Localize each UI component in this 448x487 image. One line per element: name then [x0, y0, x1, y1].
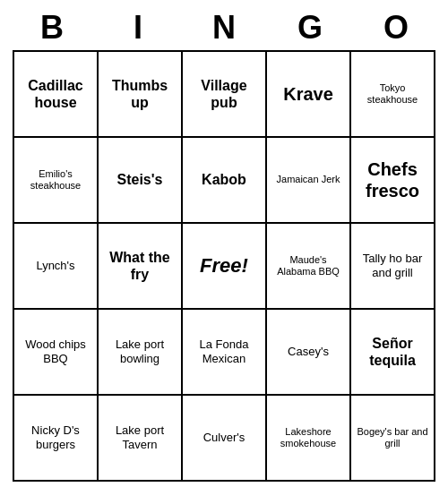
bingo-letter-o: O: [356, 9, 436, 47]
bingo-letter-i: I: [98, 9, 178, 47]
bingo-cell-12: Free!: [183, 224, 267, 310]
bingo-cell-10: Lynch's: [14, 224, 99, 310]
bingo-cell-21: Lake port Tavern: [99, 396, 183, 482]
bingo-cell-7: Kabob: [183, 138, 267, 224]
bingo-cell-5: Emilio's steakhouse: [14, 138, 99, 224]
bingo-cell-4: Tokyo steakhouse: [351, 52, 435, 138]
bingo-letter-g: G: [270, 9, 350, 47]
bingo-cell-22: Culver's: [183, 396, 267, 482]
bingo-cell-14: Tally ho bar and grill: [351, 224, 435, 310]
bingo-cell-16: Lake port bowling: [99, 310, 183, 396]
bingo-cell-2: Village pub: [183, 52, 267, 138]
bingo-cell-0: Cadillac house: [14, 52, 99, 138]
bingo-cell-20: Nicky D's burgers: [14, 396, 99, 482]
bingo-cell-11: What the fry: [99, 224, 183, 310]
bingo-cell-1: Thumbs up: [99, 52, 183, 138]
bingo-cell-24: Bogey's bar and grill: [351, 396, 435, 482]
bingo-cell-8: Jamaican Jerk: [267, 138, 351, 224]
bingo-cell-18: Casey's: [267, 310, 351, 396]
bingo-cell-3: Krave: [267, 52, 351, 138]
bingo-cell-9: Chefs fresco: [351, 138, 435, 224]
bingo-cell-23: Lakeshore smokehouse: [267, 396, 351, 482]
bingo-cell-15: Wood chips BBQ: [14, 310, 99, 396]
bingo-title: BINGO: [9, 9, 439, 47]
bingo-grid: Cadillac houseThumbs upVillage pubKraveT…: [13, 50, 435, 482]
bingo-letter-b: B: [12, 9, 92, 47]
bingo-cell-13: Maude's Alabama BBQ: [267, 224, 351, 310]
bingo-cell-19: Señor tequila: [351, 310, 435, 396]
bingo-cell-6: Steis's: [99, 138, 183, 224]
bingo-letter-n: N: [184, 9, 264, 47]
bingo-cell-17: La Fonda Mexican: [183, 310, 267, 396]
